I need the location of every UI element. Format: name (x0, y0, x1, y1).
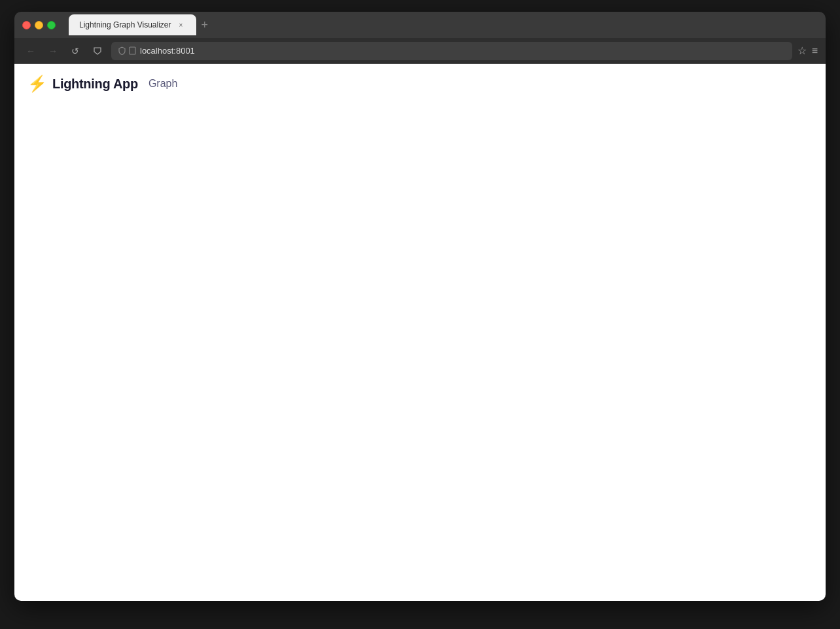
tab-close-button[interactable]: × (177, 20, 186, 29)
browser-window: Lightning Graph Visualizer × + ← → ↺ (14, 12, 826, 601)
menu-button[interactable]: ≡ (812, 45, 818, 57)
forward-button[interactable]: → (44, 43, 61, 60)
active-tab[interactable]: Lightning Graph Visualizer × (69, 14, 196, 35)
app-logo: ⚡ Lightning App (27, 75, 138, 93)
address-bar-input-container (111, 42, 792, 60)
shield-icon (118, 46, 126, 55)
tab-bar: Lightning Graph Visualizer × + (69, 14, 818, 35)
url-input[interactable] (140, 46, 786, 56)
app-name-label: Lightning App (52, 77, 138, 92)
page-content: ⚡ Lightning App Graph (14, 64, 826, 601)
graph-nav-link[interactable]: Graph (149, 78, 177, 90)
pocket-icon (93, 46, 102, 56)
svg-rect-0 (130, 47, 135, 54)
app-header: ⚡ Lightning App Graph (14, 64, 826, 103)
tab-title: Lightning Graph Visualizer (79, 20, 171, 29)
address-icons-left (118, 46, 136, 55)
maximize-button[interactable] (47, 21, 56, 29)
new-tab-button[interactable]: + (196, 19, 214, 31)
address-bar: ← → ↺ ☆ ≡ (14, 38, 826, 64)
star-button[interactable]: ☆ (797, 45, 807, 57)
lightning-icon: ⚡ (27, 75, 47, 93)
reload-button[interactable]: ↺ (67, 43, 84, 60)
minimize-button[interactable] (35, 21, 43, 29)
pocket-button[interactable] (89, 43, 106, 60)
back-button[interactable]: ← (22, 43, 39, 60)
title-bar: Lightning Graph Visualizer × + (14, 12, 826, 38)
page-icon (129, 46, 136, 55)
close-button[interactable] (22, 21, 31, 29)
traffic-lights (22, 21, 56, 29)
